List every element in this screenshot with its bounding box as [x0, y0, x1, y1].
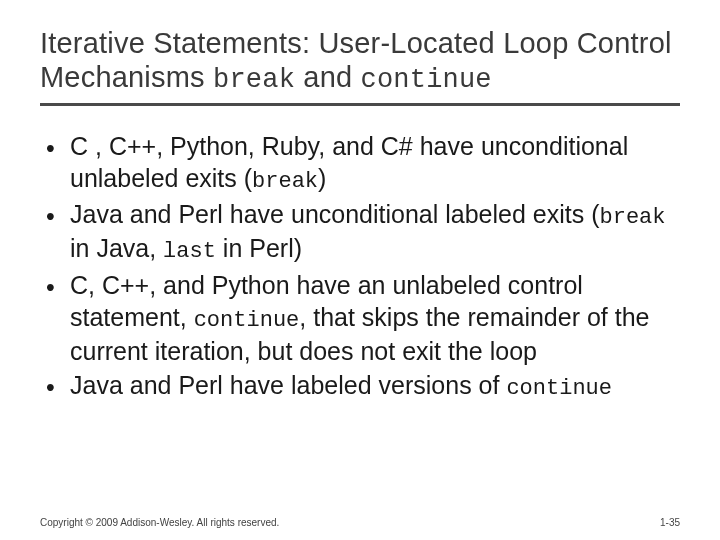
title-block: Iterative Statements: User-Located Loop …: [40, 26, 680, 106]
title-code-break: break: [213, 65, 295, 95]
code-text: break: [252, 169, 318, 194]
title-text-mid: and: [295, 61, 361, 93]
code-text: last: [163, 239, 216, 264]
bullet-item: •Java and Perl have unconditional labele…: [46, 198, 680, 266]
bullet-text: C, C++, and Python have an unlabeled con…: [70, 269, 680, 367]
bullet-dot-icon: •: [46, 269, 70, 303]
footer: Copyright © 2009 Addison-Wesley. All rig…: [40, 517, 680, 528]
bullet-dot-icon: •: [46, 198, 70, 232]
bullet-text: Java and Perl have labeled versions of c…: [70, 369, 680, 403]
code-text: break: [600, 205, 666, 230]
bullet-item: •Java and Perl have labeled versions of …: [46, 369, 680, 403]
bullet-item: •C, C++, and Python have an unlabeled co…: [46, 269, 680, 367]
plain-text: Java and Perl have unconditional labeled…: [70, 200, 600, 228]
code-text: continue: [506, 376, 612, 401]
bullet-text: Java and Perl have unconditional labeled…: [70, 198, 680, 266]
plain-text: in Java,: [70, 234, 163, 262]
body-content: •C , C++, Python, Ruby, and C# have unco…: [40, 130, 680, 403]
bullet-dot-icon: •: [46, 369, 70, 403]
code-text: continue: [194, 308, 300, 333]
plain-text: Java and Perl have labeled versions of: [70, 371, 506, 399]
page-number: 1-35: [660, 517, 680, 528]
slide: Iterative Statements: User-Located Loop …: [0, 0, 720, 540]
bullet-text: C , C++, Python, Ruby, and C# have uncon…: [70, 130, 680, 196]
plain-text: in Perl): [216, 234, 302, 262]
copyright-text: Copyright © 2009 Addison-Wesley. All rig…: [40, 517, 279, 528]
plain-text: C , C++, Python, Ruby, and C# have uncon…: [70, 132, 628, 192]
title-code-continue: continue: [361, 65, 492, 95]
bullet-dot-icon: •: [46, 130, 70, 164]
slide-title: Iterative Statements: User-Located Loop …: [40, 26, 680, 97]
title-underline: [40, 103, 680, 106]
bullet-item: •C , C++, Python, Ruby, and C# have unco…: [46, 130, 680, 196]
plain-text: ): [318, 164, 326, 192]
